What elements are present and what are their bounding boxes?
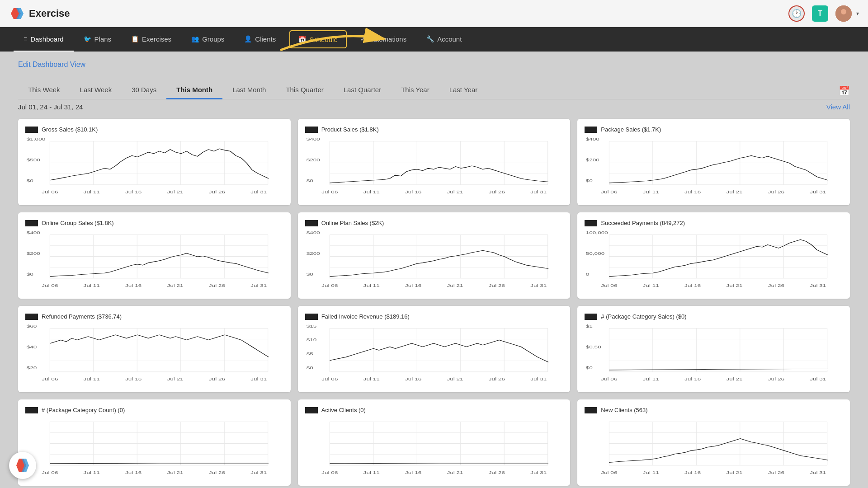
svg-text:Jul 21: Jul 21 xyxy=(167,377,183,381)
svg-text:$0: $0 xyxy=(306,366,313,370)
chart-card-online-group-sales[interactable]: Online Group Sales ($1.8K) $400$200$0 Ju… xyxy=(18,212,291,299)
svg-text:Jul 26: Jul 26 xyxy=(488,190,505,194)
chart-card-succeeded-payments[interactable]: Succeeded Payments (849,272) 100,00050,0… xyxy=(577,212,850,299)
chart-card-failed-invoice[interactable]: Failed Invoice Revenue ($189.16) $15$10$… xyxy=(298,306,571,392)
chart-line xyxy=(609,155,828,183)
svg-text:Jul 11: Jul 11 xyxy=(84,190,100,194)
chart-card-package-sales[interactable]: Package Sales ($1.7K) $400$200$0 Jul 06J… xyxy=(577,119,850,205)
app-logo[interactable]: Exercise xyxy=(9,5,70,22)
top-bar-right: 🕐 T ▾ xyxy=(788,5,859,22)
svg-text:Jul 26: Jul 26 xyxy=(488,377,505,381)
tab-this-week[interactable]: This Week xyxy=(18,82,70,99)
chart-line xyxy=(609,369,828,370)
svg-text:Jul 06: Jul 06 xyxy=(42,471,58,475)
chart-card-product-sales[interactable]: Product Sales ($1.8K) $400$200$0 Jul 06J… xyxy=(298,119,571,205)
svg-text:$0: $0 xyxy=(306,272,313,277)
svg-text:$0: $0 xyxy=(27,272,33,277)
svg-text:$1,000: $1,000 xyxy=(27,137,46,141)
svg-text:Jul 31: Jul 31 xyxy=(530,190,547,194)
svg-text:$40: $40 xyxy=(27,345,37,349)
chart-card-online-plan-sales[interactable]: Online Plan Sales ($2K) $400$200$0 Jul 0… xyxy=(298,212,571,299)
clock-icon[interactable]: 🕐 xyxy=(788,5,805,22)
chart-line xyxy=(330,340,548,362)
app-logo-icon xyxy=(9,5,25,22)
chart-legend-box xyxy=(585,220,597,226)
chart-line xyxy=(609,239,828,277)
svg-text:$200: $200 xyxy=(306,158,320,162)
t-badge[interactable]: T xyxy=(812,5,828,22)
svg-text:Jul 06: Jul 06 xyxy=(601,284,618,288)
svg-point-3 xyxy=(841,9,846,14)
chart-header: Online Group Sales ($1.8K) xyxy=(25,220,283,226)
chart-header: Package Sales ($1.7K) xyxy=(585,126,843,133)
nav-item-plans[interactable]: 🐦 Plans xyxy=(74,27,122,52)
svg-text:$1: $1 xyxy=(586,324,593,328)
chart-title: Failed Invoice Revenue ($189.16) xyxy=(321,313,410,320)
chart-title: Package Sales ($1.7K) xyxy=(601,126,661,133)
chart-svg: $400$200$0 Jul 06Jul 11Jul 16Jul 21Jul 2… xyxy=(305,231,563,290)
nav-item-exercises[interactable]: 📋 Exercises xyxy=(121,27,181,52)
tab-this-month[interactable]: This Month xyxy=(166,82,222,99)
edit-dashboard-link[interactable]: Edit Dashboard View xyxy=(18,61,85,69)
exercises-icon: 📋 xyxy=(131,35,139,42)
app-name: Exercise xyxy=(29,8,70,19)
chart-card-refunded-payments[interactable]: Refunded Payments ($736.74) $60$40$20 Ju… xyxy=(18,306,291,392)
tab-30-days[interactable]: 30 Days xyxy=(122,82,166,99)
svg-text:100,000: 100,000 xyxy=(586,231,608,235)
svg-text:$400: $400 xyxy=(27,231,40,235)
chart-card-active-clients[interactable]: Active Clients (0) Jul 06Jul 11Jul 16Jul… xyxy=(298,399,571,486)
svg-text:Jul 11: Jul 11 xyxy=(643,377,659,381)
chart-legend-box xyxy=(585,407,597,413)
svg-text:$400: $400 xyxy=(306,137,320,141)
groups-icon: 👥 xyxy=(191,35,199,42)
svg-text:Jul 06: Jul 06 xyxy=(42,377,58,381)
charts-grid: Gross Sales ($10.1K) $1,000$500$0 Jul 06… xyxy=(18,119,850,486)
chart-card-gross-sales[interactable]: Gross Sales ($10.1K) $1,000$500$0 Jul 06… xyxy=(18,119,291,205)
svg-text:Jul 06: Jul 06 xyxy=(601,377,618,381)
svg-text:$200: $200 xyxy=(306,251,320,255)
svg-text:$200: $200 xyxy=(27,251,40,255)
svg-text:$0: $0 xyxy=(306,179,313,183)
svg-text:Jul 26: Jul 26 xyxy=(768,190,784,194)
chart-svg: Jul 06Jul 11Jul 16Jul 21Jul 26Jul 31 xyxy=(305,418,563,477)
view-all-link[interactable]: View All xyxy=(826,103,850,111)
svg-text:Jul 11: Jul 11 xyxy=(84,377,100,381)
chart-card-package-category-sales[interactable]: # (Package Category Sales) ($0) $1$0.50$… xyxy=(577,306,850,392)
clients-icon: 👤 xyxy=(244,35,252,42)
svg-text:Jul 21: Jul 21 xyxy=(447,471,463,475)
tab-last-month[interactable]: Last Month xyxy=(222,82,276,99)
chart-svg: Jul 06Jul 11Jul 16Jul 21Jul 26Jul 31 xyxy=(585,418,843,477)
svg-text:Jul 11: Jul 11 xyxy=(363,377,379,381)
tab-last-year[interactable]: Last Year xyxy=(439,82,488,99)
tab-last-quarter[interactable]: Last Quarter xyxy=(334,82,391,99)
tab-last-week[interactable]: Last Week xyxy=(70,82,122,99)
nav-item-dashboard[interactable]: ≡ Dashboard xyxy=(14,27,74,52)
svg-text:Jul 31: Jul 31 xyxy=(530,377,547,381)
chart-header: # (Package Category Sales) ($0) xyxy=(585,313,843,320)
chart-header: Refunded Payments ($736.74) xyxy=(25,313,283,320)
chart-header: Failed Invoice Revenue ($189.16) xyxy=(305,313,563,320)
svg-text:$20: $20 xyxy=(27,366,37,370)
chart-card-package-category-count[interactable]: # (Package Category Count) (0) Jul 06Jul… xyxy=(18,399,291,486)
top-bar: Exercise 🕐 T ▾ xyxy=(0,0,868,27)
svg-text:Jul 06: Jul 06 xyxy=(321,471,338,475)
svg-text:$0.50: $0.50 xyxy=(586,345,601,349)
svg-text:Jul 31: Jul 31 xyxy=(810,190,826,194)
svg-text:Jul 21: Jul 21 xyxy=(726,377,743,381)
user-menu[interactable]: ▾ xyxy=(835,5,859,22)
chart-card-new-clients[interactable]: New Clients (563) Jul 06Jul 11Jul 16Jul … xyxy=(577,399,850,486)
tab-this-year[interactable]: This Year xyxy=(391,82,439,99)
svg-text:Jul 26: Jul 26 xyxy=(209,377,225,381)
nav-item-groups[interactable]: 👥 Groups xyxy=(181,27,234,52)
chart-title: Active Clients (0) xyxy=(321,407,366,413)
date-range-text: Jul 01, 24 - Jul 31, 24 xyxy=(18,103,83,111)
tab-this-quarter[interactable]: This Quarter xyxy=(276,82,333,99)
svg-text:$15: $15 xyxy=(306,324,316,328)
svg-text:Jul 21: Jul 21 xyxy=(726,471,743,475)
chart-title: Refunded Payments ($736.74) xyxy=(42,313,122,320)
chart-title: Succeeded Payments (849,272) xyxy=(601,220,685,226)
svg-text:Jul 11: Jul 11 xyxy=(84,284,100,288)
svg-text:Jul 21: Jul 21 xyxy=(447,190,463,194)
calendar-icon[interactable]: 📅 xyxy=(839,85,850,96)
svg-text:Jul 16: Jul 16 xyxy=(405,284,421,288)
